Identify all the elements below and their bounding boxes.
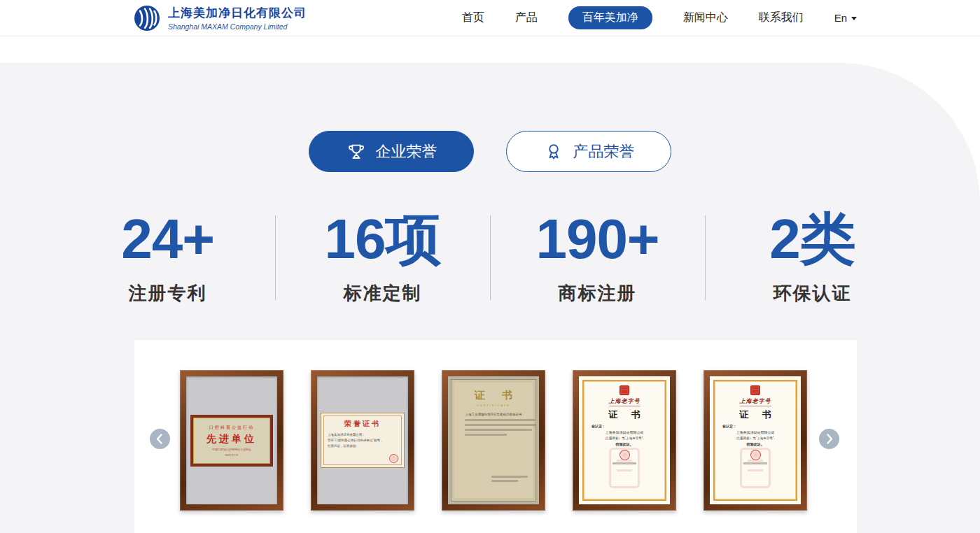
red-square-seal-icon <box>620 385 629 395</box>
stat-label: 标准定制 <box>309 281 456 306</box>
plaque-title: 先进单位 <box>206 433 257 446</box>
text-line <box>465 429 532 431</box>
text-line <box>743 462 767 464</box>
plaque: 口腔科普公益行动 先进单位 中国口腔清洁护理用品工业协会 2022年7月 <box>190 415 273 467</box>
brand-name-en: Shanghai MAXAM Company Limited <box>168 22 307 31</box>
certificate-advanced-unit[interactable]: 口腔科普公益行动 先进单位 中国口腔清洁护理用品工业协会 2022年7月 <box>180 370 284 511</box>
content-panel: 企业荣誉 产品荣誉 24+ 注册专利 16项 标准定制 190+ 商标注册 2类 <box>0 63 980 533</box>
stat-label: 注册专利 <box>94 281 241 306</box>
brand-logo-icon <box>133 4 161 32</box>
certificate-title: 证 书 <box>603 408 646 421</box>
certificate-body-line: 上海工业博物馆项目征集收藏品收藏证书 <box>458 413 529 416</box>
certificate-title: 荣誉证书 <box>328 419 398 429</box>
caret-down-icon <box>851 17 857 20</box>
text-line <box>465 424 538 426</box>
certificate-time-honored-brand[interactable]: 上海老字号 证 书 兹认定： 上海美加净日化有限公司 （注册商标）为“上海老字号… <box>573 370 676 511</box>
certificate-subtitle: CERTIFICATE <box>458 404 529 407</box>
honor-carousel: 口腔科普公益行动 先进单位 中国口腔清洁护理用品工业协会 2022年7月 荣誉证… <box>134 340 857 533</box>
brand-script: 上海老字号 <box>609 397 640 406</box>
red-seal-icon <box>750 450 761 460</box>
nav-item-products[interactable]: 产品 <box>515 10 538 25</box>
nav-item-news-center[interactable]: 新闻中心 <box>683 10 728 25</box>
stat-trademarks: 190+ 商标注册 <box>524 210 671 306</box>
text-line <box>465 419 535 421</box>
certificate-frames: 口腔科普公益行动 先进单位 中国口腔清洁护理用品工业协会 2022年7月 荣誉证… <box>134 340 857 511</box>
header: 上海美加净日化有限公司 Shanghai MAXAM Company Limit… <box>0 0 980 36</box>
stat-label: 商标注册 <box>524 281 671 306</box>
language-label: En <box>834 12 847 24</box>
tab-enterprise-honor[interactable]: 企业荣誉 <box>309 131 474 172</box>
stat-label: 环保认证 <box>739 281 886 306</box>
certificate-body-line: 上海美加净日化有限公司： <box>328 433 398 436</box>
nav-item-home[interactable]: 首页 <box>462 10 484 25</box>
brand-logo[interactable]: 上海美加净日化有限公司 Shanghai MAXAM Company Limit… <box>133 4 307 32</box>
stat-divider <box>490 215 491 300</box>
tab-product-honor-label: 产品荣誉 <box>573 141 635 162</box>
chevron-left-icon <box>150 429 170 449</box>
certificate-body-line: 特颁此证。 <box>715 442 795 446</box>
red-seal-icon <box>389 454 398 463</box>
stat-registered-patents: 24+ 注册专利 <box>94 210 241 306</box>
stat-eco-certifications: 2类 环保认证 <box>739 210 886 306</box>
brand-script: 上海老字号 <box>740 397 771 406</box>
certificate-title: 证 书 <box>458 389 529 402</box>
certificate-body: 兹认定： 上海美加净日化有限公司 （注册商标）为“上海老字号”。 特颁此证。 <box>715 424 795 446</box>
stat-value: 24+ <box>94 210 241 269</box>
medal-icon <box>543 141 564 162</box>
brand-text: 上海美加净日化有限公司 Shanghai MAXAM Company Limit… <box>168 5 307 31</box>
text-line <box>491 480 518 482</box>
certificate-body-line: （注册商标）为“上海老字号”。 <box>584 436 664 440</box>
honor-tabs: 企业荣誉 产品荣誉 <box>0 63 980 172</box>
certificate-museum-collection[interactable]: 证 书 CERTIFICATE 上海工业博物馆项目征集收藏品收藏证书 <box>442 370 545 511</box>
certificate-body-line: 特颁此证。 <box>584 442 664 446</box>
main-nav: 首页 产品 百年美加净 新闻中心 联系我们 En <box>462 6 857 29</box>
certificate-body: 兹认定： 上海美加净日化有限公司 （注册商标）为“上海老字号”。 特颁此证。 <box>584 424 664 446</box>
certificate-honor[interactable]: 荣誉证书 上海美加净日化有限公司： 荣获“口腔科普公益行动先进单位”称号， 特发… <box>311 370 414 511</box>
stat-divider <box>275 215 276 300</box>
carousel-prev-button[interactable] <box>150 429 170 449</box>
tab-product-honor[interactable]: 产品荣誉 <box>506 131 671 172</box>
plaque-issuer: 中国口腔清洁护理用品工业协会 <box>212 448 251 451</box>
plaque-header: 口腔科普公益行动 <box>209 425 254 431</box>
certificate-body-line: 上海美加净日化有限公司 <box>715 430 795 434</box>
certificate-body-line: （注册商标）为“上海老字号”。 <box>715 436 795 440</box>
nav-item-contact-us[interactable]: 联系我们 <box>759 10 804 25</box>
stat-value: 190+ <box>524 210 671 269</box>
certificate-title: 证 书 <box>734 408 777 421</box>
certificate-body-line: 兹认定： <box>715 424 795 428</box>
stat-value: 2类 <box>739 210 886 269</box>
text-line <box>465 434 507 436</box>
chevron-right-icon <box>819 429 839 449</box>
brand-name-cn: 上海美加净日化有限公司 <box>168 5 307 21</box>
trophy-icon <box>346 141 367 162</box>
red-seal-icon <box>620 450 630 460</box>
red-square-seal-icon <box>750 385 760 395</box>
text-line <box>612 462 636 464</box>
stat-standards: 16项 标准定制 <box>309 210 456 306</box>
certificate-time-honored-brand[interactable]: 上海老字号 证 书 兹认定： 上海美加净日化有限公司 （注册商标）为“上海老字号… <box>704 370 807 511</box>
carousel-next-button[interactable] <box>819 429 839 449</box>
certificate-body-line: 兹认定： <box>584 424 664 428</box>
certificate-body-line: 荣获“口腔科普公益行动先进单位”称号， <box>328 439 398 442</box>
certificate-body-line: 特发此证，以资鼓励。 <box>328 444 398 448</box>
language-selector[interactable]: En <box>834 12 857 24</box>
plaque-date: 2022年7月 <box>225 453 238 457</box>
stats-row: 24+ 注册专利 16项 标准定制 190+ 商标注册 2类 环保认证 <box>0 210 980 306</box>
text-line <box>491 476 528 478</box>
stat-value: 16项 <box>309 210 456 269</box>
tab-enterprise-honor-label: 企业荣誉 <box>376 141 438 162</box>
honor-certificate-paper: 荣誉证书 上海美加净日化有限公司： 荣获“口腔科普公益行动先进单位”称号， 特发… <box>321 413 405 468</box>
stat-divider <box>705 215 706 300</box>
nav-item-centennial-maxam[interactable]: 百年美加净 <box>568 6 652 29</box>
certificate-body-line: 上海美加净日化有限公司 <box>584 430 664 434</box>
certificate-footer <box>491 474 528 482</box>
